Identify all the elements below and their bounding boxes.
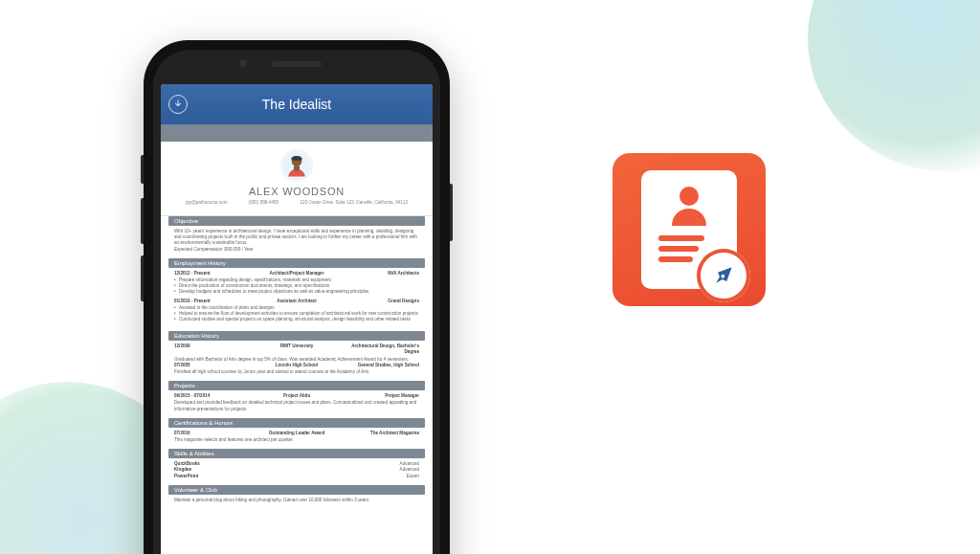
education-row: 12/2009RMIT UniversityArchitectural Desi… — [174, 343, 419, 355]
svg-point-4 — [294, 165, 300, 170]
section-education: Education History 12/2009RMIT University… — [168, 331, 425, 378]
section-projects: Projects 06/2015 - 07/2014Project AlidaP… — [168, 381, 425, 415]
skill-row: PowerPointExpert — [174, 474, 419, 479]
section-employment: Employment History 12/2012 - PresentArch… — [168, 258, 425, 329]
download-icon — [173, 100, 183, 109]
objective-compensation: Expected Compensation: $90,000 / Year — [174, 247, 419, 253]
education-note: Finished all high school courses by Juni… — [174, 369, 419, 375]
section-title: Employment History — [168, 258, 425, 268]
section-title: Education History — [168, 331, 425, 341]
project-note: Developed and provided feedback on detai… — [174, 400, 419, 411]
employment-row: 01/2010 - PresentAssistant ArchitectGran… — [174, 299, 419, 304]
cert-note: This magazine selects and features one a… — [174, 437, 419, 443]
pen-badge-icon — [697, 249, 750, 302]
svg-point-0 — [679, 187, 699, 206]
profile-phone: (650) 588-4455 — [249, 200, 278, 205]
profile-address: 123 Ocean Drive, Suite 123, Danville, Ca… — [300, 200, 408, 205]
cert-row: 07/2016Outstanding Leader AwardThe Archi… — [174, 431, 419, 436]
phone-camera — [239, 59, 247, 67]
phone-speaker — [272, 61, 322, 67]
volunteer-note: Maintain a personal blog about hiking an… — [174, 498, 419, 503]
profile-name: ALEX WOODSON — [172, 186, 421, 197]
section-objective: Objective With 10+ years' experience in … — [168, 216, 425, 255]
section-title: Skills & Abilities — [168, 449, 425, 458]
phone-side-button — [450, 184, 453, 241]
download-button[interactable] — [168, 95, 188, 114]
appbar-title: The Idealist — [262, 97, 331, 112]
section-title: Projects — [168, 381, 425, 390]
section-title: Volunteer & Club — [168, 485, 425, 495]
doc-line-icon — [658, 235, 704, 241]
app-screen: The Idealist ALEX WOODSON — [161, 84, 433, 554]
employment-row: 12/2012 - PresentArchitect/Project Manag… — [174, 271, 419, 277]
objective-text: With 10+ years' experience in architectu… — [174, 229, 419, 247]
doc-card-icon — [641, 170, 737, 289]
phone-frame: The Idealist ALEX WOODSON — [144, 40, 450, 554]
app-icon — [612, 153, 766, 306]
section-skills: Skills & Abilities QuickBooksAdvancedKin… — [168, 449, 425, 482]
phone-side-button — [141, 155, 144, 184]
section-title: Objective — [168, 216, 425, 226]
section-title: Certifications & Honors — [168, 418, 425, 428]
project-row: 06/2015 - 07/2014Project AlidaProject Ma… — [174, 393, 419, 399]
header-band — [161, 124, 433, 142]
profile-block: ALEX WOODSON pjp@pathsource.com (650) 58… — [161, 142, 433, 216]
bg-blob-top-right — [808, 0, 980, 172]
doc-line-icon — [658, 246, 699, 252]
person-silhouette-icon — [666, 182, 712, 228]
section-certs: Certifications & Honors 07/2016Outstandi… — [168, 418, 425, 446]
phone-side-button — [141, 198, 144, 244]
doc-line-icon — [658, 256, 693, 262]
avatar-icon — [280, 149, 313, 182]
app-bar: The Idealist — [161, 84, 433, 124]
section-volunteer: Volunteer & Club Maintain a personal blo… — [168, 485, 425, 506]
education-row: 07/2005Lincoln High SchoolGeneral Studie… — [174, 363, 419, 368]
resume-page[interactable]: ALEX WOODSON pjp@pathsource.com (650) 58… — [161, 124, 433, 506]
profile-email: pjp@pathsource.com — [186, 200, 227, 205]
employment-bullets: Prepare information regarding design, sp… — [174, 277, 419, 296]
employment-bullets: Assisted in the coordination of plans an… — [174, 305, 419, 323]
phone-side-button — [141, 255, 144, 301]
